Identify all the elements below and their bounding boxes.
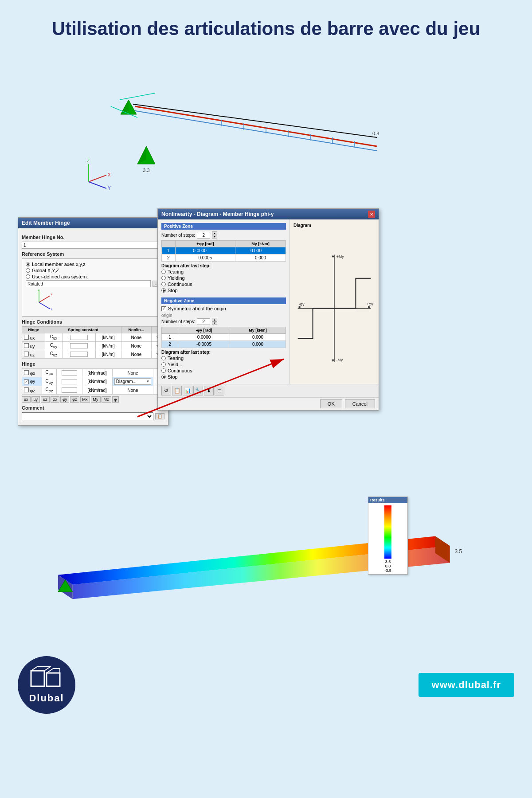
ref-local-radio[interactable]: Local member axes x,y,z bbox=[26, 262, 160, 267]
neg-row2-my[interactable]: 0.000 bbox=[230, 341, 286, 348]
rotated-input[interactable] bbox=[26, 280, 151, 287]
comment-dropdown[interactable] bbox=[22, 412, 153, 420]
neg-spin-up[interactable]: ▲ bbox=[212, 318, 217, 321]
cphiy-input[interactable] bbox=[57, 377, 82, 386]
pos-yielding-radio[interactable]: Yielding bbox=[161, 275, 286, 281]
radio-user[interactable] bbox=[26, 274, 30, 279]
neg-row1-phi[interactable]: 0.0000 bbox=[178, 334, 230, 341]
btn-my[interactable]: My bbox=[91, 396, 101, 403]
table-row[interactable]: 2 -0.0005 0.000 bbox=[162, 341, 286, 348]
phiy-dropdown[interactable]: Diagram... ▼ bbox=[114, 378, 152, 385]
cphix-input[interactable] bbox=[57, 369, 82, 377]
phiz-cell[interactable]: φz bbox=[22, 386, 42, 395]
row1-phi[interactable] bbox=[175, 247, 235, 254]
neg-cont-radio[interactable]: Continuous bbox=[161, 368, 286, 373]
nonlinearity-dialog[interactable]: Nonlinearity - Diagram - Member Hinge ph… bbox=[157, 208, 379, 411]
pos-steps-spinner[interactable]: ▲ ▼ bbox=[212, 231, 217, 239]
table-row[interactable]: 1 bbox=[162, 247, 286, 254]
radio-continuous[interactable] bbox=[161, 282, 166, 286]
cux-input[interactable] bbox=[62, 333, 95, 342]
btn-uz[interactable]: uz bbox=[41, 396, 50, 403]
neg-radio-stop[interactable] bbox=[161, 375, 166, 379]
cuz-input[interactable] bbox=[62, 350, 95, 359]
radio-local[interactable] bbox=[26, 262, 30, 266]
ok-button[interactable]: OK bbox=[320, 399, 342, 408]
radio-tearing[interactable] bbox=[161, 270, 166, 274]
table-row[interactable]: 2 0.0005 0.000 bbox=[162, 254, 286, 262]
neg-row1-num: 1 bbox=[162, 334, 178, 341]
phiy-cell[interactable]: φy bbox=[22, 377, 42, 386]
phix-nonlinear[interactable]: None bbox=[112, 369, 153, 377]
btn-mx[interactable]: Mx bbox=[80, 396, 90, 403]
btn-phiy[interactable]: φy bbox=[60, 396, 69, 403]
uy-checkbox[interactable] bbox=[24, 343, 29, 348]
btn-uy[interactable]: uy bbox=[31, 396, 40, 403]
toolbar-btn-5[interactable]: ⬇ bbox=[204, 386, 214, 395]
neg-row2-phi[interactable]: -0.0005 bbox=[178, 341, 230, 348]
btn-ux[interactable]: ux bbox=[22, 396, 31, 403]
toolbar-btn-2[interactable]: 📋 bbox=[172, 386, 182, 395]
ux-checkbox[interactable] bbox=[24, 335, 29, 340]
neg-steps-input[interactable] bbox=[197, 318, 210, 325]
symmetric-checkbox[interactable] bbox=[161, 306, 166, 311]
cphiz-input[interactable] bbox=[57, 386, 82, 395]
neg-stop-radio[interactable]: Stop bbox=[161, 374, 286, 379]
ux-nonlinear[interactable]: None bbox=[121, 333, 151, 342]
toolbar-btn-1[interactable]: ↺ bbox=[161, 386, 171, 395]
neg-tearing-radio[interactable]: Tearing bbox=[161, 356, 286, 361]
toolbar-btn-3[interactable]: 📊 bbox=[183, 386, 192, 395]
neg-spin-down[interactable]: ▼ bbox=[212, 321, 217, 325]
edit-hinge-dialog[interactable]: Edit Member Hinge ✕ Member Hinge No. Ref… bbox=[18, 217, 168, 426]
row1-my[interactable] bbox=[235, 247, 286, 254]
radio-stop[interactable] bbox=[161, 288, 166, 293]
toolbar-btn-6[interactable]: □ bbox=[215, 386, 224, 395]
pos-steps-label: Number of steps: bbox=[161, 233, 195, 238]
radio-global[interactable] bbox=[26, 268, 30, 273]
phiy-nonlinear[interactable]: Diagram... ▼ bbox=[112, 377, 153, 386]
radio-yielding[interactable] bbox=[161, 276, 166, 280]
uz-nonlinear[interactable]: None bbox=[121, 350, 151, 359]
phiy-checkbox[interactable] bbox=[24, 379, 29, 384]
row2-phi[interactable]: 0.0005 bbox=[175, 254, 235, 262]
symmetric-row[interactable]: Symmetric about the origin bbox=[161, 306, 286, 311]
pos-continuous-radio[interactable]: Continuous bbox=[161, 282, 286, 287]
toolbar-btn-4[interactable]: 🔧 bbox=[193, 386, 203, 395]
phiz-checkbox[interactable] bbox=[24, 387, 29, 392]
pos-steps-input[interactable] bbox=[197, 232, 210, 239]
neg-radio-cont[interactable] bbox=[161, 368, 166, 373]
cancel-button[interactable]: Cancel bbox=[345, 399, 375, 408]
neg-row1-my[interactable]: 0.000 bbox=[230, 334, 286, 341]
uz-checkbox-cell[interactable]: uz bbox=[22, 350, 45, 359]
btn-phiz[interactable]: φz bbox=[70, 396, 79, 403]
neg-radio-yield[interactable] bbox=[161, 362, 166, 367]
uy-checkbox-cell[interactable]: uy bbox=[22, 342, 45, 350]
spin-up[interactable]: ▲ bbox=[212, 231, 217, 235]
neg-yield-radio[interactable]: Yield... bbox=[161, 362, 286, 367]
table-row[interactable]: 1 0.0000 0.000 bbox=[162, 334, 286, 341]
uz-checkbox[interactable] bbox=[24, 352, 29, 356]
btn-mz[interactable]: Mz bbox=[102, 396, 111, 403]
neg-radio-tearing[interactable] bbox=[161, 356, 166, 360]
ref-user-radio[interactable]: User-defined axis system: bbox=[26, 274, 160, 279]
spin-down[interactable]: ▼ bbox=[212, 235, 217, 239]
hinge-no-input[interactable] bbox=[22, 242, 164, 249]
website-button[interactable]: www.dlubal.fr bbox=[419, 673, 514, 697]
row2-my[interactable]: 0.000 bbox=[235, 254, 286, 262]
uy-nonlinear[interactable]: None bbox=[121, 342, 151, 350]
beam-results-dialog[interactable]: Results 3.5 0.0 -3.5 bbox=[368, 497, 408, 575]
pos-stop-radio[interactable]: Stop bbox=[161, 288, 286, 293]
phix-cell[interactable]: φx bbox=[22, 369, 42, 377]
ref-global-radio[interactable]: Global X,Y,Z bbox=[26, 268, 160, 273]
cuy-input[interactable] bbox=[62, 342, 95, 350]
neg-steps-spinner[interactable]: ▲ ▼ bbox=[212, 318, 217, 325]
phiz-nonlinear[interactable]: None bbox=[112, 386, 153, 395]
ux-checkbox-cell[interactable]: ux bbox=[22, 333, 45, 342]
nonlinear-close-btn[interactable]: ✕ bbox=[368, 211, 375, 218]
neg-steps-label: Number of steps: bbox=[161, 319, 195, 324]
btn-phix[interactable]: φx bbox=[51, 396, 59, 403]
btn-phi[interactable]: φ bbox=[112, 396, 119, 403]
tearing-label: Tearing bbox=[168, 269, 184, 274]
comment-btn[interactable]: 📋 bbox=[155, 413, 164, 419]
phix-checkbox[interactable] bbox=[24, 370, 29, 375]
pos-tearing-radio[interactable]: Tearing bbox=[161, 269, 286, 274]
